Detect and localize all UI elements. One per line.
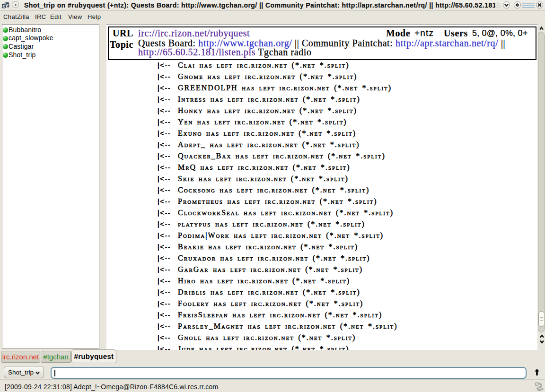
svg-text:c: c <box>2 3 5 9</box>
